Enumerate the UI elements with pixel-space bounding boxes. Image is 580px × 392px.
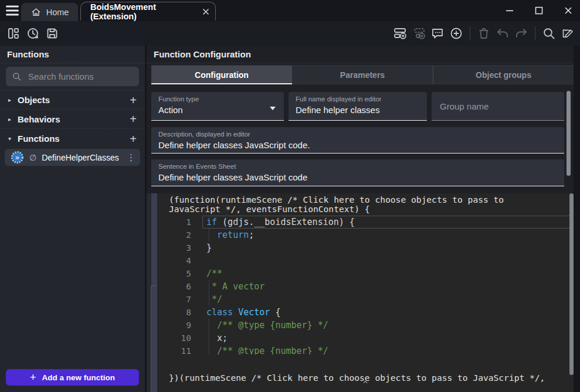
line-number: 3 [157,241,191,254]
undo-icon[interactable] [496,26,510,40]
sidebar-section-behaviors[interactable]: ▸ Behaviors + [0,110,145,129]
function-configuration-panel: Function Configuration Configuration Par… [147,46,574,392]
tab-active-label: BoidsMovement (Extension) [90,2,196,21]
version-history-icon[interactable] [26,26,40,40]
window-minimize-icon[interactable] [504,6,514,16]
function-gear-icon: » [11,151,24,164]
full-name-label: Full name displayed in editor [296,96,420,103]
code-line[interactable]: 10 x; [157,332,574,345]
full-name-value: Define helper classes [296,105,420,115]
js-code-event: (function(runtimeScene /* Click here to … [157,193,574,392]
code-editor[interactable]: 1if (gdjs.__boidsExtension) {2 return;3}… [157,216,574,354]
line-code: if (gdjs.__boidsExtension) { [191,216,355,229]
dropdown-arrow-icon [270,107,276,110]
description-input[interactable]: Description, displayed in editor Define … [151,127,564,154]
full-name-input[interactable]: Full name displayed in editor Define hel… [289,92,427,121]
code-line[interactable]: 6 * A vector [157,280,574,293]
code-line[interactable]: 5/** [157,267,574,280]
titlebar: Home BoidsMovement (Extension) [0,0,580,21]
section-objects-label: Objects [18,95,130,105]
window-close-icon[interactable] [563,6,573,16]
group-name-input[interactable] [439,101,557,112]
save-icon[interactable] [45,26,59,40]
line-number: 8 [157,306,191,319]
plus-icon: + [30,371,36,384]
sidebar-section-objects[interactable]: ▸ Objects + [0,90,145,110]
add-behavior-button[interactable]: + [130,113,137,125]
panel-header: Function Configuration [147,46,574,63]
sidebar-section-functions[interactable]: ▾ Functions + [0,129,145,148]
kebab-menu-icon[interactable]: ⋮ [127,152,135,163]
line-number: 2 [157,229,191,241]
add-function-plus-button[interactable]: + [130,133,137,145]
add-event-icon[interactable] [393,26,407,40]
chevron-down-icon[interactable]: ▾ [8,135,18,142]
line-code: class Vector { [191,306,280,319]
search-functions-box[interactable] [6,67,139,86]
chevron-right-icon[interactable]: ▸ [8,97,18,103]
line-number: 9 [157,319,191,332]
code-line[interactable]: 11 /** @type {number} */ [157,345,574,354]
sidebar-header: Functions [0,46,145,63]
chevron-right-icon[interactable]: ▸ [8,116,18,122]
window-maximize-icon[interactable] [534,6,544,16]
js-wrapper-bottom[interactable]: })(runtimeScene /* Click here to choose … [169,354,574,392]
tab-close-icon[interactable] [202,8,209,15]
line-number: 6 [157,280,191,293]
code-line[interactable]: 9 /** @type {number} */ [157,319,574,332]
line-number: 10 [157,332,191,345]
search-icon[interactable] [542,26,556,40]
tab-home[interactable]: Home [21,3,78,21]
group-name-field[interactable] [432,92,564,121]
line-code: * A vector [191,280,264,293]
function-type-select[interactable]: Function type Action [151,92,284,121]
code-line[interactable]: 8class Vector { [157,306,574,319]
function-item-label: DefineHelperClasses [42,153,121,162]
line-code: /** @type {number} */ [191,345,328,354]
events-scrollbar[interactable] [569,193,574,375]
empty-set-icon: ∅ [29,153,36,162]
code-line[interactable]: 4 [157,254,574,267]
redo-icon[interactable] [514,26,528,40]
add-comment-icon[interactable] [430,26,445,40]
tab-boidsmovement[interactable]: BoidsMovement (Extension) [80,2,216,21]
code-line[interactable]: 1if (gdjs.__boidsExtension) { [157,216,574,229]
line-code: x; [191,332,228,345]
code-line[interactable]: 7 */ [157,293,574,306]
toolbar-right-group [393,26,575,40]
edit-extension-icon[interactable] [561,26,575,40]
sentence-input[interactable]: Sentence in Events Sheet Define helper c… [151,159,564,186]
line-number: 5 [157,267,191,280]
js-wrapper-top[interactable]: (function(runtimeScene /* Click here to … [169,195,535,214]
search-functions-input[interactable] [27,71,133,82]
hamburger-menu-icon[interactable] [5,4,19,17]
tab-object-groups-label: Object groups [476,70,531,80]
tab-parameters[interactable]: Parameters [292,66,433,84]
window-controls [504,0,573,21]
tab-parameters-label: Parameters [340,70,385,80]
code-line[interactable]: 3} [157,241,574,254]
editor-resize-caret[interactable]: ^ [363,380,368,389]
add-subevent-icon[interactable] [412,26,426,40]
line-number: 11 [157,345,191,354]
add-new-function-button[interactable]: + Add a new function [6,369,139,386]
line-code: */ [191,293,222,306]
add-circle-icon[interactable] [449,26,463,40]
section-functions-label: Functions [18,134,130,144]
tab-configuration[interactable]: Configuration [151,66,292,84]
delete-icon[interactable] [477,26,491,40]
app-window: Home BoidsMovement (Extension) [0,0,580,392]
function-item-definehelperclasses[interactable]: » ∅ DefineHelperClasses ⋮ [5,149,140,166]
tab-object-groups[interactable]: Object groups [433,66,574,84]
project-manager-icon[interactable] [6,26,21,40]
code-line[interactable]: 2 return; [157,229,574,241]
search-icon [12,71,22,81]
configuration-scrollbar[interactable] [567,91,571,176]
line-code: return; [191,229,254,241]
add-object-button[interactable]: + [130,94,137,106]
toolbar: Preview Share [0,21,580,46]
functions-sidebar: Functions ▸ Objects + ▸ Behaviors + ▾ Fu… [0,46,145,392]
line-number: 7 [157,293,191,306]
line-code: /** @type {number} */ [191,319,328,332]
function-type-label: Function type [158,96,277,103]
